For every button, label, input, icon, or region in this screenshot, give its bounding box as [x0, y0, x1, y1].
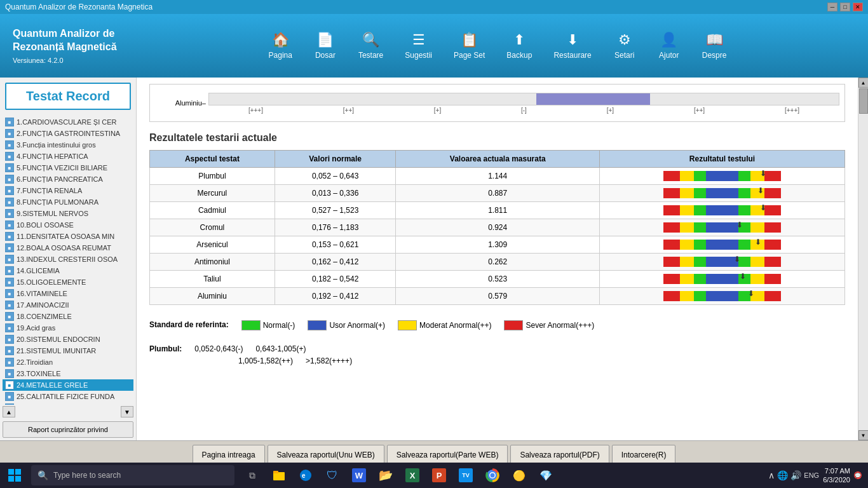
bar-seg-yellow-left [680, 205, 694, 215]
sidebar-item-20[interactable]: ■20.SISTEMUL ENDOCRIN [3, 334, 133, 345]
sidebar-item-11[interactable]: ■11.DENSITATEA OSOASA MIN [3, 231, 133, 242]
sidebar-item-23[interactable]: ■23.TOXINELE [3, 368, 133, 379]
edge-button[interactable]: e [293, 463, 318, 488]
nav-pageset[interactable]: 📋 Page Set [446, 27, 492, 65]
nav-setari-label: Setari [614, 51, 634, 60]
sidebar-list[interactable]: ■1.CARDIOVASCULARE ȘI CER■2.FUNCȚIA GAST… [0, 115, 136, 405]
sidebar-item-7[interactable]: ■7.FUNCȚIA RENALA [3, 185, 133, 196]
scroll-bottom-button[interactable]: ▼ [858, 430, 869, 440]
chrome-button[interactable] [480, 463, 505, 488]
nav-dosar[interactable]: 📄 Dosar [306, 27, 344, 65]
sidebar-item-9[interactable]: ■9.SISTEMUL NERVOS [3, 208, 133, 219]
sidebar-item-6[interactable]: ■6.FUNCȚIA PANCREATICA [3, 173, 133, 185]
tray-network-icon[interactable]: 🌐 [777, 470, 788, 480]
col-header-measured: Valoarea actuala masurata [396, 151, 600, 168]
sidebar-item-15[interactable]: ■15.OLIGOELEMENTE [3, 276, 133, 288]
sidebar-item-8[interactable]: ■8.FUNCȚIA PULMONARA [3, 196, 133, 208]
cell-result: ⬇ [599, 236, 844, 254]
window-controls: ─ □ ✕ [827, 3, 863, 11]
nav-sugestii-label: Sugestii [405, 51, 432, 60]
sidebar-item-10[interactable]: ■10.BOLI OSOASE [3, 219, 133, 231]
sidebar-item-1[interactable]: ■1.CARDIOVASCULARE ȘI CER [3, 116, 133, 128]
taskbar-search-box[interactable]: 🔍 Type here to search [31, 465, 234, 485]
sidebar-item-icon-14: ■ [5, 266, 14, 275]
notification-badge[interactable]: 💬 [854, 471, 862, 479]
content-area[interactable]: Aluminiu– [+++] [++] [+] [-] [+] [++] [+… [137, 78, 858, 440]
nav-backup[interactable]: ⬆ Backup [499, 27, 539, 65]
sidebar-item-label-17: 17.AMINOACIZII [17, 301, 69, 309]
scroll-up-button[interactable]: ▲ [3, 406, 15, 417]
tray-speaker-icon[interactable]: 🔊 [790, 470, 801, 480]
excel-button[interactable]: X [400, 463, 425, 488]
nav-despre[interactable]: 📖 Despre [695, 27, 735, 65]
bar-seg-blue [706, 274, 739, 284]
sidebar-item-22[interactable]: ■22.Tiroidian [3, 356, 133, 368]
right-scrollbar[interactable]: ▲ ▼ [858, 78, 868, 440]
sidebar-item-14[interactable]: ■14.GLICEMIA [3, 265, 133, 276]
sidebar-item-21[interactable]: ■21.SISTEMUL IMUNITAR [3, 345, 133, 356]
cell-measured: 0.523 [396, 271, 600, 288]
nav-sugestii[interactable]: ☰ Sugestii [397, 27, 440, 65]
despre-icon: 📖 [706, 32, 723, 48]
nav-pagina[interactable]: 🏠 Pagina [261, 27, 300, 65]
sidebar-item-label-22: 22.Tiroidian [17, 358, 53, 366]
scroll-thumb[interactable] [859, 88, 868, 114]
cell-normal: 0,153 – 0,621 [275, 236, 396, 254]
sidebar-item-16[interactable]: ■16.VITAMINELE [3, 288, 133, 299]
nav-ajutor[interactable]: 👤 Ajutor [650, 27, 688, 65]
bar-seg-green-left [694, 240, 706, 250]
files-button[interactable]: 📂 [373, 463, 398, 488]
scroll-top-button[interactable]: ▲ [858, 78, 869, 88]
sidebar-item-3[interactable]: ■3.Funcția intestinului gros [3, 139, 133, 151]
tray-language[interactable]: ENG [804, 471, 819, 479]
close-button[interactable]: ✕ [853, 3, 863, 11]
sidebar-item-13[interactable]: ■13.INDEXUL CRESTERII OSOA [3, 254, 133, 265]
nav-testare[interactable]: 🔍 Testare [351, 27, 391, 65]
powerpoint-button[interactable]: P [426, 463, 452, 488]
sidebar-item-19[interactable]: ■19.Acid gras [3, 322, 133, 334]
nav-setari[interactable]: ⚙ Setari [606, 27, 644, 65]
bar-arrow: ⬇ [760, 203, 766, 212]
nav-dosar-label: Dosar [315, 51, 336, 60]
tray-up-icon[interactable]: ∧ [768, 470, 775, 480]
scroll-down-button[interactable]: ▼ [121, 406, 133, 417]
sidebar-item-4[interactable]: ■4.FUNCȚIA HEPATICA [3, 151, 133, 162]
file-explorer-button[interactable] [266, 463, 292, 488]
sidebar: Testat Record ■1.CARDIOVASCULARE ȘI CER■… [0, 78, 137, 440]
teamviewer-button[interactable]: TV [453, 463, 478, 488]
app-yellow-button[interactable]: 🟡 [506, 463, 532, 488]
maximize-button[interactable]: □ [840, 3, 850, 11]
bar-arrow: ⬇ [760, 169, 766, 178]
task-view-button[interactable]: ⧉ [240, 463, 265, 488]
sidebar-item-25[interactable]: ■25.CALITATILE FIZICE FUNDA [3, 391, 133, 402]
bar-seg-red-right [764, 222, 781, 233]
bar-seg-red-right [764, 240, 781, 250]
scroll-track[interactable] [858, 88, 869, 430]
sidebar-item-icon-5: ■ [5, 163, 14, 172]
app-purple-button[interactable]: 💎 [533, 463, 559, 488]
start-button[interactable] [0, 463, 29, 488]
shield-button[interactable]: 🛡 [320, 463, 345, 488]
cell-aspect: Plumbul [150, 168, 275, 185]
sidebar-item-icon-7: ■ [5, 186, 14, 195]
sidebar-item-2[interactable]: ■2.FUNCȚIA GASTROINTESTINA [3, 128, 133, 139]
word-button[interactable]: W [346, 463, 372, 488]
bar-arrow: ⬇ [740, 272, 746, 281]
nav-restaurare-label: Restaurare [553, 51, 591, 60]
bar-seg-green-right [738, 188, 750, 198]
minimize-button[interactable]: ─ [827, 3, 837, 11]
sidebar-item-5[interactable]: ■5.FUNCȚIA VEZICII BILIARE [3, 162, 133, 173]
sidebar-item-17[interactable]: ■17.AMINOACIZII [3, 299, 133, 311]
content-inner: Aluminiu– [+++] [++] [+] [-] [+] [++] [+… [137, 78, 858, 380]
taskbar-tray: ∧ 🌐 🔊 ENG 7:07 AM 6/3/2020 💬 [762, 466, 868, 485]
sidebar-item-icon-3: ■ [5, 140, 14, 149]
cell-measured: 1.144 [396, 168, 600, 185]
tray-time[interactable]: 7:07 AM 6/3/2020 [823, 466, 850, 485]
sidebar-item-18[interactable]: ■18.COENZIMELE [3, 311, 133, 322]
sidebar-item-12[interactable]: ■12.BOALA OSOASA REUMAT [3, 242, 133, 254]
svg-text:e: e [302, 472, 306, 479]
report-button[interactable]: Raport cuprinzător privind [3, 421, 133, 438]
bar-seg-blue [706, 291, 739, 301]
nav-restaurare[interactable]: ⬇ Restaurare [546, 27, 599, 65]
sidebar-item-24[interactable]: ■24.METALELE GRELE [3, 379, 133, 391]
